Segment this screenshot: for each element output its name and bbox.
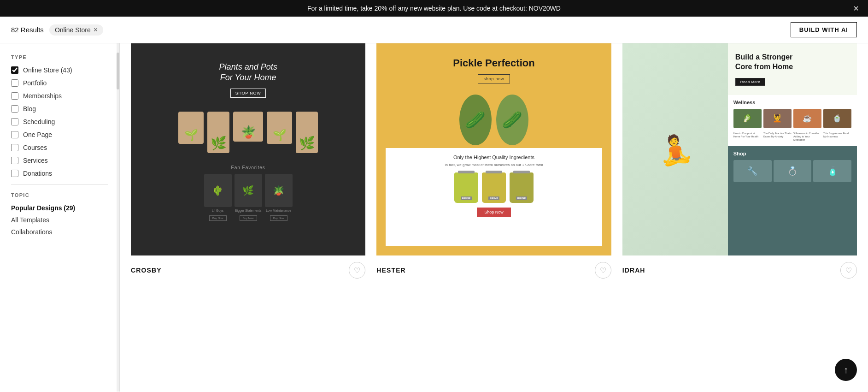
article-1: How to Compost at Home For Your Health bbox=[733, 132, 762, 142]
sidebar-scrollbar-thumb[interactable] bbox=[117, 53, 119, 89]
filter-one-page[interactable]: One Page bbox=[11, 131, 119, 138]
idrah-shop-section: Shop 🔧 💍 🧴 bbox=[728, 146, 857, 255]
topic-all-templates[interactable]: All Templates bbox=[11, 216, 119, 224]
jar-label-1: BRINE bbox=[461, 196, 472, 200]
filter-memberships-checkbox[interactable] bbox=[11, 92, 18, 100]
article-4: This Supplement Fund My Insomnia bbox=[823, 132, 851, 142]
filter-services[interactable]: Services bbox=[11, 157, 119, 164]
filter-one-page-label: One Page bbox=[23, 131, 52, 138]
jar-label-3: BRINE bbox=[516, 196, 528, 200]
idrah-wellness-grid: 🥬 💆 ☕ 🍵 bbox=[733, 109, 851, 128]
filter-courses-checkbox[interactable] bbox=[11, 144, 18, 151]
crosby-favorite-button[interactable]: ♡ bbox=[349, 262, 365, 279]
crosby-footer: CROSBY ♡ bbox=[131, 255, 365, 285]
idrah-articles-row: How to Compost at Home For Your Health T… bbox=[733, 132, 851, 142]
hester-hero-title: Pickle Perfection bbox=[453, 57, 534, 69]
crosby-template-name: CROSBY bbox=[131, 267, 162, 274]
article-3: 5 Reasons to Consider Adding to Your Med… bbox=[793, 132, 821, 142]
crosby-product-label-3: Low Maintenance bbox=[265, 209, 293, 213]
hester-shop-now-button[interactable]: Shop Now bbox=[477, 208, 511, 217]
filter-online-store[interactable]: Online Store (43) bbox=[11, 66, 119, 74]
scroll-to-top-button[interactable]: ↑ bbox=[835, 359, 857, 381]
hester-bottom-section: Only the Highest Quality Ingredients In … bbox=[386, 148, 602, 246]
filter-memberships-label: Memberships bbox=[23, 92, 62, 100]
idrah-shop-title: Shop bbox=[733, 151, 851, 156]
idrah-hero-title: Build a StrongerCore from Home bbox=[735, 53, 850, 72]
build-with-ai-button[interactable]: BUILD WITH AI bbox=[791, 22, 857, 37]
crosby-product-btn-2: Buy Now bbox=[240, 215, 257, 221]
hester-jars-display: BRINE BRINE BRINE bbox=[393, 172, 594, 203]
main-layout: TYPE Online Store (43) Portfolio Members… bbox=[0, 43, 868, 392]
jar-label-2: BRINE bbox=[488, 196, 500, 200]
plant-shape-3 bbox=[233, 112, 263, 142]
shop-item-1: 🔧 bbox=[733, 160, 772, 182]
filter-memberships[interactable]: Memberships bbox=[11, 92, 119, 100]
wellness-img-4: 🍵 bbox=[823, 109, 851, 128]
filter-scheduling[interactable]: Scheduling bbox=[11, 118, 119, 125]
content-area: Plants and PotsFor Your Home Shop Now Fa… bbox=[120, 43, 868, 392]
idrah-favorite-button[interactable]: ♡ bbox=[840, 262, 857, 279]
filter-courses[interactable]: Courses bbox=[11, 144, 119, 151]
idrah-left-panel: 🧘 bbox=[622, 43, 728, 255]
plant-shape-5 bbox=[296, 112, 318, 153]
filter-blog[interactable]: Blog bbox=[11, 105, 119, 113]
filter-portfolio-checkbox[interactable] bbox=[11, 79, 18, 87]
crosby-product-1: 🌵 Li' Guys Buy Now bbox=[204, 174, 232, 221]
topic-popular-designs[interactable]: Popular Designs (29) bbox=[11, 204, 119, 212]
hester-quality-sub: In fact, we grow most of them ourselves … bbox=[393, 163, 594, 167]
header-row: 82 Results Online Store × BUILD WITH AI bbox=[0, 17, 868, 43]
active-filter-tag[interactable]: Online Store × bbox=[49, 24, 103, 36]
filter-donations[interactable]: Donations bbox=[11, 170, 119, 177]
topic-collaborations[interactable]: Collaborations bbox=[11, 228, 119, 236]
crosby-product-img-2: 🌿 bbox=[235, 174, 262, 207]
topic-section-title: TOPIC bbox=[11, 192, 119, 198]
filter-donations-label: Donations bbox=[23, 170, 52, 177]
crosby-section-title: Fan Favorites bbox=[140, 165, 356, 170]
hester-favorite-button[interactable]: ♡ bbox=[595, 262, 611, 279]
cucumber-1: 🥒 bbox=[459, 95, 492, 145]
filter-courses-label: Courses bbox=[23, 144, 47, 151]
filter-scheduling-label: Scheduling bbox=[23, 118, 55, 125]
crosby-plants-display bbox=[178, 112, 318, 153]
plant-shape-1 bbox=[178, 112, 204, 144]
filter-portfolio-label: Portfolio bbox=[23, 79, 47, 87]
filter-donations-checkbox[interactable] bbox=[11, 170, 18, 177]
filter-services-label: Services bbox=[23, 157, 48, 164]
jar-3: BRINE bbox=[510, 172, 534, 203]
filter-portfolio[interactable]: Portfolio bbox=[11, 79, 119, 87]
banner-close-button[interactable]: × bbox=[853, 4, 859, 13]
yoga-figure-icon: 🧘 bbox=[655, 131, 695, 169]
idrah-wellness-section: Wellness 🥬 💆 ☕ 🍵 How to Compost at Home … bbox=[728, 95, 857, 146]
results-count: 82 Results bbox=[11, 26, 44, 34]
templates-grid: Plants and PotsFor Your Home Shop Now Fa… bbox=[131, 43, 857, 285]
filter-scheduling-checkbox[interactable] bbox=[11, 118, 18, 125]
shop-item-2: 💍 bbox=[774, 160, 812, 182]
shop-item-3: 🧴 bbox=[813, 160, 851, 182]
filter-blog-checkbox[interactable] bbox=[11, 105, 18, 113]
idrah-hero-section: Build a StrongerCore from Home Read More bbox=[728, 43, 857, 95]
sidebar-divider bbox=[11, 184, 108, 185]
idrah-footer: IDRAH ♡ bbox=[622, 255, 857, 285]
template-preview-hester[interactable]: Pickle Perfection shop now 🥒 🥒 Only the … bbox=[376, 43, 611, 255]
idrah-template-name: IDRAH bbox=[622, 267, 645, 274]
crosby-hero: Plants and PotsFor Your Home Shop Now bbox=[219, 62, 277, 98]
filter-one-page-checkbox[interactable] bbox=[11, 131, 18, 138]
template-preview-idrah[interactable]: 🧘 Build a StrongerCore from Home Read Mo… bbox=[622, 43, 857, 255]
filter-online-store-checkbox[interactable] bbox=[11, 66, 18, 74]
promo-banner: For a limited time, take 20% off any new… bbox=[0, 0, 868, 17]
idrah-yoga-image: 🧘 bbox=[622, 43, 728, 255]
crosby-product-btn-3: Buy Now bbox=[270, 215, 287, 221]
remove-filter-icon[interactable]: × bbox=[94, 26, 98, 34]
crosby-product-label-2: Bigger Statements bbox=[235, 209, 262, 213]
crosby-product-img-1: 🌵 bbox=[204, 174, 232, 207]
crosby-shop-now-btn: Shop Now bbox=[230, 89, 266, 98]
crosby-hero-title: Plants and PotsFor Your Home bbox=[219, 62, 277, 83]
template-card-crosby: Plants and PotsFor Your Home Shop Now Fa… bbox=[131, 43, 365, 285]
crosby-product-btn-1: Buy Now bbox=[209, 215, 227, 221]
hester-quality-title: Only the Highest Quality Ingredients bbox=[393, 154, 594, 160]
crosby-products-row: 🌵 Li' Guys Buy Now 🌿 Bigger Statements B… bbox=[140, 174, 356, 221]
plant-shape-4 bbox=[267, 112, 292, 144]
template-preview-crosby[interactable]: Plants and PotsFor Your Home Shop Now Fa… bbox=[131, 43, 365, 255]
type-section-title: TYPE bbox=[11, 54, 119, 60]
filter-services-checkbox[interactable] bbox=[11, 157, 18, 164]
